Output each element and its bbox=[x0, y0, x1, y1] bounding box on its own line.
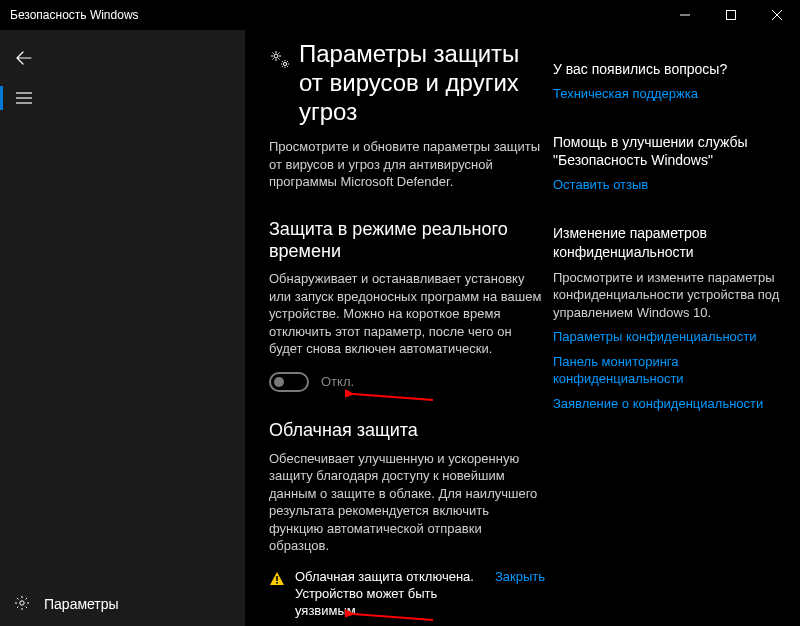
toggle-knob bbox=[274, 377, 284, 387]
privacy-description: Просмотрите и измените параметры конфиде… bbox=[553, 269, 780, 322]
gear-icon bbox=[14, 595, 30, 614]
window: Безопасность Windows bbox=[0, 0, 800, 626]
cloud-warning-text: Облачная защита отключена. Устройство мо… bbox=[295, 569, 475, 620]
window-buttons bbox=[662, 0, 800, 30]
privacy-statement-link[interactable]: Заявление о конфиденциальности bbox=[553, 396, 780, 413]
svg-point-9 bbox=[283, 62, 286, 65]
cloud-warning-close[interactable]: Закрыть bbox=[495, 569, 545, 584]
maximize-button[interactable] bbox=[708, 0, 754, 30]
feedback-heading: Помощь в улучшении службы "Безопасность … bbox=[553, 133, 780, 169]
support-link[interactable]: Техническая поддержка bbox=[553, 86, 780, 103]
privacy-settings-link[interactable]: Параметры конфиденциальности bbox=[553, 329, 780, 346]
realtime-description: Обнаруживает и останавливает установку и… bbox=[269, 270, 545, 358]
privacy-heading: Изменение параметров конфиденциальности bbox=[553, 224, 780, 260]
realtime-toggle-row: Откл. bbox=[269, 372, 545, 392]
menu-button[interactable] bbox=[0, 78, 48, 118]
svg-rect-1 bbox=[727, 11, 736, 20]
feedback-link[interactable]: Оставить отзыв bbox=[553, 177, 780, 194]
svg-point-7 bbox=[20, 600, 24, 604]
minimize-button[interactable] bbox=[662, 0, 708, 30]
settings-gears-icon bbox=[269, 48, 291, 70]
svg-point-8 bbox=[274, 54, 278, 58]
close-button[interactable] bbox=[754, 0, 800, 30]
block-privacy: Изменение параметров конфиденциальности … bbox=[553, 224, 780, 413]
right-column: У вас появились вопросы? Техническая под… bbox=[545, 30, 800, 626]
main-column: Параметры защиты от вирусов и других угр… bbox=[245, 30, 545, 626]
titlebar: Безопасность Windows bbox=[0, 0, 800, 30]
sidebar-settings[interactable]: Параметры bbox=[0, 582, 245, 626]
cloud-warning: Облачная защита отключена. Устройство мо… bbox=[269, 569, 545, 620]
section-realtime: Защита в режиме реального времени Обнару… bbox=[269, 219, 545, 392]
section-cloud: Облачная защита Обеспечивает улучшенную … bbox=[269, 420, 545, 626]
block-feedback: Помощь в улучшении службы "Безопасность … bbox=[553, 133, 780, 194]
sidebar-top bbox=[0, 30, 245, 118]
page-description: Просмотрите и обновите параметры защиты … bbox=[269, 138, 545, 191]
active-indicator bbox=[0, 86, 3, 110]
svg-rect-11 bbox=[276, 582, 278, 584]
page-title: Параметры защиты от вирусов и других угр… bbox=[299, 40, 545, 126]
privacy-dashboard-link[interactable]: Панель мониторинга конфиденциальности bbox=[553, 354, 780, 388]
svg-rect-10 bbox=[276, 576, 278, 581]
block-questions: У вас появились вопросы? Техническая под… bbox=[553, 60, 780, 103]
content: Параметры защиты от вирусов и других угр… bbox=[245, 30, 800, 626]
cloud-heading: Облачная защита bbox=[269, 420, 545, 442]
warning-icon bbox=[269, 571, 285, 587]
questions-heading: У вас появились вопросы? bbox=[553, 60, 780, 78]
back-button[interactable] bbox=[0, 38, 48, 78]
window-title: Безопасность Windows bbox=[10, 8, 662, 22]
realtime-toggle[interactable] bbox=[269, 372, 309, 392]
realtime-heading: Защита в режиме реального времени bbox=[269, 219, 545, 262]
sidebar-settings-label: Параметры bbox=[44, 596, 119, 612]
cloud-description: Обеспечивает улучшенную и ускоренную защ… bbox=[269, 450, 545, 555]
sidebar: Параметры bbox=[0, 30, 245, 626]
body: Параметры Параметры защиты от вирусов и … bbox=[0, 30, 800, 626]
realtime-toggle-label: Откл. bbox=[321, 374, 354, 389]
page-title-row: Параметры защиты от вирусов и других угр… bbox=[269, 40, 545, 126]
